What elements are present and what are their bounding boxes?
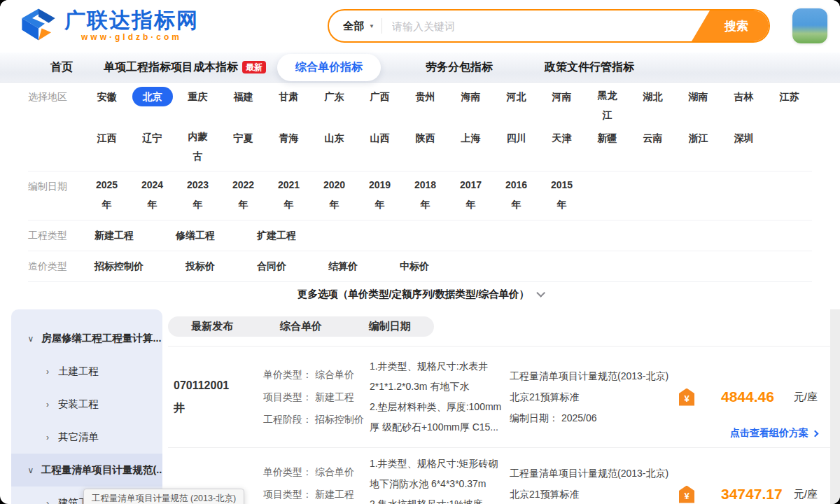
attr-line: 项目类型： 新建工程	[263, 483, 370, 504]
price-unit: 元/座	[794, 488, 818, 501]
region-option[interactable]: 河北	[493, 85, 539, 127]
region-option[interactable]: 海南	[448, 85, 493, 127]
region-option[interactable]: 北京	[130, 85, 175, 127]
chevron-icon: ›	[43, 498, 52, 504]
nav-item[interactable]: 项目成本指标 最新	[171, 60, 266, 75]
main-area: ∨ 房屋修缮工程工程量计算... › 土建工程 › 安装工程 › 其它清单	[0, 309, 840, 504]
chevron-icon: ∨	[27, 465, 35, 475]
date-option[interactable]: 2022年	[220, 175, 266, 216]
nav-item[interactable]: 综合单价指标	[277, 54, 381, 81]
region-option[interactable]: 辽宁	[130, 127, 175, 168]
view-plan-link[interactable]: 点击查看组价方案	[730, 427, 818, 440]
desc-line: 2.集水坑规格尺寸:1%坡度	[370, 494, 504, 504]
nav-item[interactable]: 行管指标	[589, 60, 634, 75]
sort-tab[interactable]: 编制日期	[369, 320, 411, 333]
region-option[interactable]: 上海	[448, 127, 493, 168]
region-option[interactable]: 湖南	[676, 85, 721, 127]
date-option[interactable]: 2023年	[175, 175, 220, 216]
sort-tab[interactable]: 最新发布	[191, 320, 233, 333]
region-option[interactable]: 江苏	[766, 85, 812, 127]
avatar[interactable]	[792, 8, 827, 43]
nav-item[interactable]: 单项工程指标	[104, 60, 171, 75]
yen-icon: ¥	[679, 486, 694, 503]
sidebar-tooltip: 工程量清单项目计量规范 (2013-北京)	[83, 489, 244, 504]
chevron-icon: ›	[43, 433, 52, 442]
date-option[interactable]: 2024年	[130, 175, 175, 216]
region-option[interactable]: 新疆	[584, 127, 630, 168]
date-option[interactable]: 2025年	[84, 175, 130, 216]
region-option[interactable]: 河南	[539, 85, 584, 127]
filter-row-project-type: 工程类型 新建工程 修缮工程 扩建工程	[28, 220, 812, 251]
region-option[interactable]: 广西	[357, 85, 402, 127]
sidebar-item[interactable]: ∨ 房屋修缮工程工程量计算...	[11, 322, 162, 355]
region-option[interactable]: 青海	[266, 127, 312, 168]
chevron-icon: ›	[43, 400, 52, 410]
main-nav: 首页 单项工程指标 项目成本指标 最新 综合单价指标 劳务分包指标	[0, 52, 840, 83]
region-option[interactable]: 黑龙江	[584, 85, 630, 127]
region-option[interactable]: 深圳	[721, 127, 766, 168]
caret-down-icon: ▼	[369, 23, 374, 29]
category-sidebar: ∨ 房屋修缮工程工程量计算... › 土建工程 › 安装工程 › 其它清单	[11, 309, 162, 504]
cost-type-option[interactable]: 合同价	[246, 255, 297, 278]
search-button[interactable]: 搜索	[692, 10, 769, 41]
nav-item[interactable]: 首页	[50, 60, 73, 75]
date-option[interactable]: 2021年	[266, 175, 312, 216]
desc-line: 1.井类型、规格尺寸:水表井	[370, 356, 504, 377]
region-option[interactable]: 福建	[220, 85, 266, 127]
filter-panel: 选择地区 安徽 北京 重庆 福建	[0, 83, 840, 309]
region-option[interactable]: 四川	[493, 127, 539, 168]
date-option[interactable]: 2018年	[402, 175, 448, 216]
region-option[interactable]: 山东	[312, 127, 357, 168]
desc-line: 地下消防水池 6*4*3*0.37m	[370, 474, 504, 494]
cost-type-option[interactable]: 投标价	[175, 255, 225, 278]
attr-line: 项目类型： 新建工程	[263, 386, 370, 408]
cost-type-option[interactable]: 中标价	[389, 255, 440, 278]
price-value: 4844.46	[721, 388, 774, 405]
region-option[interactable]: 吉林	[721, 85, 766, 127]
region-option[interactable]: 浙江	[676, 127, 721, 168]
region-option[interactable]: 内蒙古	[175, 127, 220, 168]
sort-tab[interactable]: 综合单价	[280, 320, 322, 333]
region-option[interactable]: 重庆	[175, 85, 220, 127]
date-option[interactable]: 2016年	[493, 175, 539, 216]
filter-label-project-type: 工程类型	[28, 224, 84, 247]
sidebar-item[interactable]: › 安装工程	[11, 388, 162, 421]
region-option[interactable]: 江西	[84, 127, 130, 168]
region-option[interactable]: 山西	[357, 127, 402, 168]
date-option[interactable]: 2019年	[357, 175, 402, 216]
date-option[interactable]: 2015年	[539, 175, 584, 216]
cost-type-option[interactable]: 招标控制价	[84, 255, 154, 278]
date-option[interactable]: 2017年	[448, 175, 493, 216]
chevron-down-icon	[536, 288, 545, 298]
region-option[interactable]: 云南	[630, 127, 676, 168]
search-category-select[interactable]: 全部 ▼	[329, 20, 382, 33]
sidebar-item[interactable]: ∨ 工程量清单项目计量规范(...	[11, 454, 162, 486]
result-list: 最新发布 综合单价 编制日期 070112001 井 单价类型： 综合单价项目类…	[162, 309, 840, 504]
nav-item[interactable]: 劳务分包指标	[426, 60, 493, 75]
new-badge: 最新	[242, 61, 266, 74]
sidebar-item[interactable]: › 土建工程	[11, 355, 162, 388]
row-name: 井	[174, 397, 263, 419]
attr-line: 单价类型： 综合单价	[263, 363, 370, 386]
project-type-option[interactable]: 扩建工程	[246, 224, 307, 247]
date-option[interactable]: 2020年	[312, 175, 357, 216]
region-option[interactable]: 天津	[539, 127, 584, 168]
region-option[interactable]: 甘肃	[266, 85, 312, 127]
nav-item[interactable]: 政策文件	[545, 60, 589, 75]
filter-row-cost-type: 造价类型 招标控制价 投标价 合同价 结算价	[28, 251, 812, 282]
cost-type-option[interactable]: 结算价	[318, 255, 368, 278]
region-option[interactable]: 宁夏	[220, 127, 266, 168]
region-option[interactable]: 陕西	[402, 127, 448, 168]
region-option[interactable]: 湖北	[630, 85, 676, 127]
search-input[interactable]	[382, 20, 692, 32]
region-option[interactable]: 安徽	[84, 85, 130, 127]
region-option[interactable]: 广东	[312, 85, 357, 127]
more-options-toggle[interactable]: 更多选项（单价类型/定额序列/数据类型/综合单价）	[28, 282, 812, 309]
attr-line: 工程阶段： 招标控制价	[263, 408, 370, 430]
sidebar-item[interactable]: › 其它清单	[11, 421, 162, 454]
scrollbar[interactable]	[830, 309, 840, 504]
site-logo[interactable]: 广联达指标网 www·gldzb·com	[20, 6, 199, 44]
project-type-option[interactable]: 新建工程	[84, 224, 144, 247]
region-option[interactable]: 贵州	[402, 85, 448, 127]
project-type-option[interactable]: 修缮工程	[165, 224, 225, 247]
